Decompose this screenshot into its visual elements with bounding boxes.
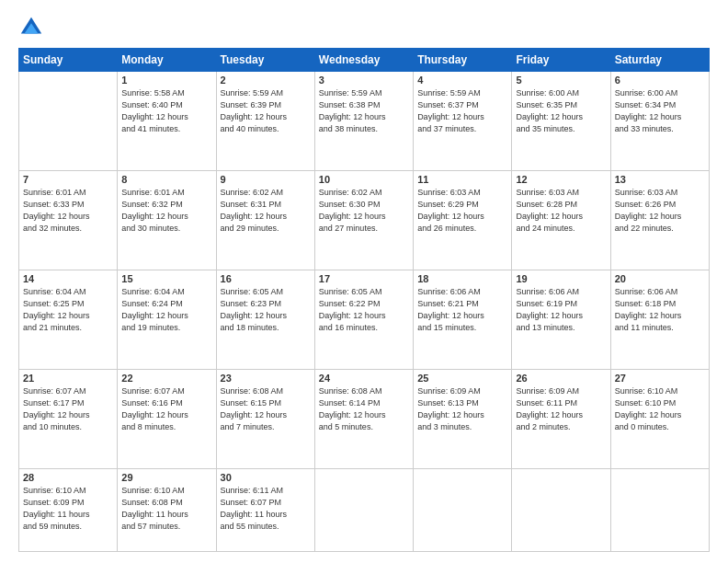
calendar-day-cell: 30Sunrise: 6:11 AM Sunset: 6:07 PM Dayli…	[216, 469, 314, 552]
day-number: 29	[121, 472, 211, 483]
calendar-header-friday: Friday	[512, 49, 610, 72]
day-number: 19	[516, 273, 606, 284]
calendar-day-cell: 8Sunrise: 6:01 AM Sunset: 6:32 PM Daylig…	[118, 171, 216, 270]
day-info: Sunrise: 6:00 AM Sunset: 6:34 PM Dayligh…	[615, 87, 705, 135]
calendar-header-wednesday: Wednesday	[314, 49, 413, 72]
calendar-day-cell: 1Sunrise: 5:58 AM Sunset: 6:40 PM Daylig…	[118, 72, 216, 171]
day-info: Sunrise: 6:08 AM Sunset: 6:15 PM Dayligh…	[221, 385, 311, 433]
calendar-day-cell: 23Sunrise: 6:08 AM Sunset: 6:15 PM Dayli…	[216, 370, 314, 469]
day-info: Sunrise: 6:10 AM Sunset: 6:10 PM Dayligh…	[615, 385, 705, 433]
calendar-day-cell: 14Sunrise: 6:04 AM Sunset: 6:25 PM Dayli…	[19, 270, 118, 370]
day-info: Sunrise: 6:06 AM Sunset: 6:21 PM Dayligh…	[417, 286, 507, 334]
calendar-day-cell	[610, 469, 709, 552]
day-number: 17	[319, 273, 409, 284]
day-number: 14	[23, 273, 113, 284]
day-number: 3	[319, 75, 409, 86]
calendar-week-row: 7Sunrise: 6:01 AM Sunset: 6:33 PM Daylig…	[19, 171, 710, 270]
calendar-day-cell: 11Sunrise: 6:03 AM Sunset: 6:29 PM Dayli…	[414, 171, 512, 270]
day-number: 12	[516, 174, 606, 185]
calendar-week-row: 28Sunrise: 6:10 AM Sunset: 6:09 PM Dayli…	[19, 469, 710, 552]
day-number: 22	[121, 373, 211, 384]
calendar-day-cell	[314, 469, 413, 552]
calendar-day-cell: 18Sunrise: 6:06 AM Sunset: 6:21 PM Dayli…	[414, 270, 512, 370]
day-number: 21	[23, 373, 113, 384]
day-info: Sunrise: 6:08 AM Sunset: 6:14 PM Dayligh…	[319, 385, 409, 433]
calendar-day-cell: 6Sunrise: 6:00 AM Sunset: 6:34 PM Daylig…	[610, 72, 709, 171]
day-number: 4	[417, 75, 507, 86]
calendar-week-row: 1Sunrise: 5:58 AM Sunset: 6:40 PM Daylig…	[19, 72, 710, 171]
day-number: 25	[417, 373, 507, 384]
calendar-day-cell: 3Sunrise: 5:59 AM Sunset: 6:38 PM Daylig…	[314, 72, 413, 171]
calendar-day-cell: 24Sunrise: 6:08 AM Sunset: 6:14 PM Dayli…	[314, 370, 413, 469]
day-number: 9	[221, 174, 311, 185]
day-info: Sunrise: 6:05 AM Sunset: 6:22 PM Dayligh…	[319, 286, 409, 334]
day-info: Sunrise: 6:05 AM Sunset: 6:23 PM Dayligh…	[221, 286, 311, 334]
day-number: 20	[615, 273, 705, 284]
logo-icon	[18, 15, 44, 40]
calendar-week-row: 21Sunrise: 6:07 AM Sunset: 6:17 PM Dayli…	[19, 370, 710, 469]
calendar-day-cell	[414, 469, 512, 552]
day-info: Sunrise: 5:58 AM Sunset: 6:40 PM Dayligh…	[121, 87, 211, 135]
day-number: 24	[319, 373, 409, 384]
calendar-header-sunday: Sunday	[19, 49, 118, 72]
calendar-day-cell: 22Sunrise: 6:07 AM Sunset: 6:16 PM Dayli…	[118, 370, 216, 469]
day-number: 16	[221, 273, 311, 284]
calendar-day-cell: 10Sunrise: 6:02 AM Sunset: 6:30 PM Dayli…	[314, 171, 413, 270]
calendar-header-monday: Monday	[118, 49, 216, 72]
calendar-header-row: SundayMondayTuesdayWednesdayThursdayFrid…	[19, 49, 710, 72]
calendar-day-cell: 20Sunrise: 6:06 AM Sunset: 6:18 PM Dayli…	[610, 270, 709, 370]
calendar-day-cell: 7Sunrise: 6:01 AM Sunset: 6:33 PM Daylig…	[19, 171, 118, 270]
calendar-header-thursday: Thursday	[414, 49, 512, 72]
calendar-day-cell: 25Sunrise: 6:09 AM Sunset: 6:13 PM Dayli…	[414, 370, 512, 469]
day-info: Sunrise: 6:07 AM Sunset: 6:17 PM Dayligh…	[23, 385, 113, 433]
day-info: Sunrise: 6:01 AM Sunset: 6:33 PM Dayligh…	[23, 187, 113, 235]
day-info: Sunrise: 6:02 AM Sunset: 6:30 PM Dayligh…	[319, 187, 409, 235]
day-info: Sunrise: 6:03 AM Sunset: 6:26 PM Dayligh…	[615, 187, 705, 235]
day-info: Sunrise: 6:07 AM Sunset: 6:16 PM Dayligh…	[121, 385, 211, 433]
calendar-day-cell: 29Sunrise: 6:10 AM Sunset: 6:08 PM Dayli…	[118, 469, 216, 552]
page: SundayMondayTuesdayWednesdayThursdayFrid…	[0, 0, 728, 563]
calendar-day-cell: 5Sunrise: 6:00 AM Sunset: 6:35 PM Daylig…	[512, 72, 610, 171]
day-info: Sunrise: 6:10 AM Sunset: 6:08 PM Dayligh…	[121, 485, 211, 533]
calendar-table: SundayMondayTuesdayWednesdayThursdayFrid…	[18, 48, 710, 552]
calendar-day-cell: 28Sunrise: 6:10 AM Sunset: 6:09 PM Dayli…	[19, 469, 118, 552]
day-info: Sunrise: 6:09 AM Sunset: 6:11 PM Dayligh…	[516, 385, 606, 433]
day-number: 11	[417, 174, 507, 185]
day-number: 15	[121, 273, 211, 284]
calendar-header-saturday: Saturday	[610, 49, 709, 72]
day-number: 2	[221, 75, 311, 86]
calendar-day-cell: 4Sunrise: 5:59 AM Sunset: 6:37 PM Daylig…	[414, 72, 512, 171]
day-number: 10	[319, 174, 409, 185]
day-info: Sunrise: 6:06 AM Sunset: 6:18 PM Dayligh…	[615, 286, 705, 334]
day-info: Sunrise: 6:01 AM Sunset: 6:32 PM Dayligh…	[121, 187, 211, 235]
calendar-week-row: 14Sunrise: 6:04 AM Sunset: 6:25 PM Dayli…	[19, 270, 710, 370]
calendar-day-cell: 21Sunrise: 6:07 AM Sunset: 6:17 PM Dayli…	[19, 370, 118, 469]
day-number: 8	[121, 174, 211, 185]
calendar-header-tuesday: Tuesday	[216, 49, 314, 72]
calendar-day-cell: 2Sunrise: 5:59 AM Sunset: 6:39 PM Daylig…	[216, 72, 314, 171]
day-number: 6	[615, 75, 705, 86]
day-info: Sunrise: 6:10 AM Sunset: 6:09 PM Dayligh…	[23, 485, 113, 533]
calendar-day-cell: 26Sunrise: 6:09 AM Sunset: 6:11 PM Dayli…	[512, 370, 610, 469]
day-number: 18	[417, 273, 507, 284]
day-info: Sunrise: 6:04 AM Sunset: 6:24 PM Dayligh…	[121, 286, 211, 334]
day-info: Sunrise: 6:02 AM Sunset: 6:31 PM Dayligh…	[221, 187, 311, 235]
calendar-day-cell: 9Sunrise: 6:02 AM Sunset: 6:31 PM Daylig…	[216, 171, 314, 270]
day-number: 23	[221, 373, 311, 384]
day-info: Sunrise: 6:11 AM Sunset: 6:07 PM Dayligh…	[221, 485, 311, 533]
day-info: Sunrise: 6:03 AM Sunset: 6:29 PM Dayligh…	[417, 187, 507, 235]
header	[18, 15, 710, 40]
day-info: Sunrise: 5:59 AM Sunset: 6:39 PM Dayligh…	[221, 87, 311, 135]
day-number: 1	[121, 75, 211, 86]
day-info: Sunrise: 6:00 AM Sunset: 6:35 PM Dayligh…	[516, 87, 606, 135]
day-number: 27	[615, 373, 705, 384]
calendar-day-cell: 12Sunrise: 6:03 AM Sunset: 6:28 PM Dayli…	[512, 171, 610, 270]
calendar-day-cell	[19, 72, 118, 171]
calendar-day-cell	[512, 469, 610, 552]
day-number: 7	[23, 174, 113, 185]
calendar-day-cell: 16Sunrise: 6:05 AM Sunset: 6:23 PM Dayli…	[216, 270, 314, 370]
calendar-day-cell: 17Sunrise: 6:05 AM Sunset: 6:22 PM Dayli…	[314, 270, 413, 370]
day-info: Sunrise: 6:09 AM Sunset: 6:13 PM Dayligh…	[417, 385, 507, 433]
day-number: 13	[615, 174, 705, 185]
day-info: Sunrise: 5:59 AM Sunset: 6:38 PM Dayligh…	[319, 87, 409, 135]
